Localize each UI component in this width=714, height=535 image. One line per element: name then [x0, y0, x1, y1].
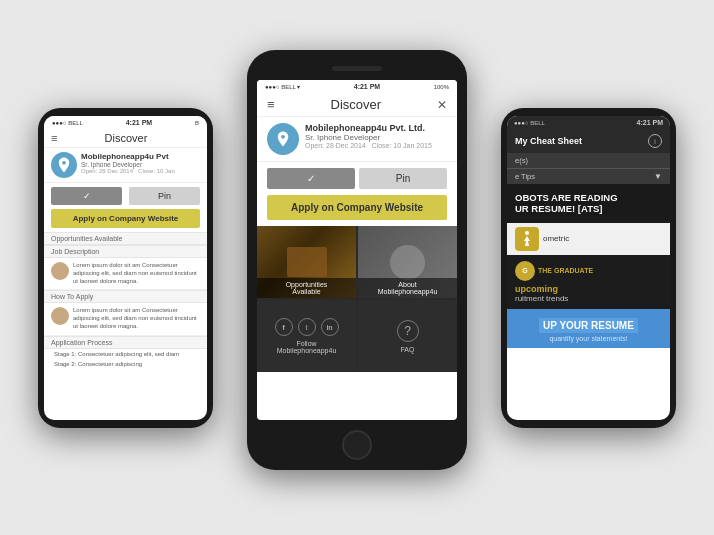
center-close-icon[interactable]: ✕: [437, 98, 447, 112]
right-time: 4:21 PM: [637, 119, 663, 126]
right-phone-screen: ●●●○ BELL 4:21 PM My Cheat Sheet i e(s) …: [507, 116, 670, 420]
img-placeholder-2: [390, 245, 425, 280]
center-menu-faq[interactable]: ? FAQ: [358, 300, 457, 372]
left-time: 4:21 PM: [126, 119, 152, 126]
right-graduate-logo: G The Graduate: [515, 261, 662, 281]
right-logo-row: ometric: [507, 223, 670, 255]
center-signal-dots: ●●●○ BELL ▾: [265, 83, 300, 90]
right-app-header: My Cheat Sheet i: [507, 129, 670, 153]
center-menu-about[interactable]: AboutMobilephoneapp4u: [358, 226, 457, 298]
right-grad-circle: G: [515, 261, 535, 281]
center-action-buttons: ✓ Pin: [257, 162, 457, 195]
center-company-logo: [267, 123, 299, 155]
right-upcoming-card: G The Graduate upcoming ruitment trends: [507, 255, 670, 309]
left-how-text: Lorem ipsum dolor sit am Consectetuer ad…: [73, 307, 200, 330]
center-company-dates: Open: 28 Dec 2014 Close: 10 Jan 2015: [305, 142, 447, 149]
center-apply-button[interactable]: Apply on Company Website: [267, 195, 447, 220]
left-company-dates: Open: 28 Dec 2014 Close: 10 Jan: [81, 168, 200, 174]
phone-center: ●●●○ BELL ▾ 4:21 PM 100% ≡ Discover ✕ Mo…: [247, 50, 467, 470]
left-signal: ●●●○ BELL: [52, 120, 83, 126]
left-apply-button[interactable]: Apply on Company Website: [51, 209, 200, 228]
right-section-row: e(s): [507, 153, 670, 168]
center-battery: 100%: [434, 84, 449, 90]
center-company-card: Mobilephoneapp4u Pvt. Ltd. Sr. Iphone De…: [257, 117, 457, 162]
center-app-header: ≡ Discover ✕: [257, 93, 457, 117]
left-header-title: Discover: [105, 132, 148, 144]
right-info-button[interactable]: i: [648, 134, 662, 148]
svg-point-0: [525, 231, 529, 235]
left-how-avatar: [51, 307, 69, 325]
left-bluetooth: B: [195, 120, 199, 126]
left-company-info: Mobilephoneapp4u Pvt Sr. Iphone Develope…: [81, 152, 200, 174]
about-label: AboutMobilephoneapp4u: [358, 278, 457, 298]
left-app-header: ≡ Discover x: [44, 129, 207, 148]
left-stage-2: Stage 2: Consectetuer adipiscing: [44, 359, 207, 369]
left-company-name: Mobilephoneapp4u Pvt: [81, 152, 200, 161]
right-upcoming-sub: ruitment trends: [515, 294, 662, 303]
left-job-item: Lorem ipsum dolor sit am Consectetuer ad…: [44, 258, 207, 290]
facebook-icon: f: [275, 318, 293, 336]
right-logo-label: ometric: [543, 234, 569, 243]
left-section-app: Application Process: [44, 336, 207, 349]
center-pin-button[interactable]: Pin: [359, 168, 447, 189]
twitter-icon: t: [298, 318, 316, 336]
left-section-job: Job Description: [44, 245, 207, 258]
center-hamburger-icon[interactable]: ≡: [267, 97, 275, 112]
right-signal: ●●●○ BELL: [514, 120, 545, 126]
left-check-button[interactable]: ✓: [51, 187, 122, 205]
right-chevron-icon: ▼: [654, 172, 662, 181]
left-job-avatar: [51, 262, 69, 280]
left-company-logo: [51, 152, 77, 178]
center-check-button[interactable]: ✓: [267, 168, 355, 189]
right-tips-row[interactable]: e Tips ▼: [507, 168, 670, 184]
center-company-info: Mobilephoneapp4u Pvt. Ltd. Sr. Iphone De…: [305, 123, 447, 149]
left-company-card: Mobilephoneapp4u Pvt Sr. Iphone Develope…: [44, 148, 207, 183]
opportunities-label: OpportunitiesAvailable: [257, 278, 356, 298]
center-menu-follow[interactable]: f t in FollowMobilephoneapp4u: [257, 300, 356, 372]
center-phone-screen: ●●●○ BELL ▾ 4:21 PM 100% ≡ Discover ✕ Mo…: [257, 80, 457, 420]
center-home-button[interactable]: [342, 430, 372, 460]
right-header-title: My Cheat Sheet: [515, 136, 582, 146]
right-tips-label: e Tips: [515, 172, 535, 181]
follow-label: FollowMobilephoneapp4u: [277, 340, 337, 354]
phone-right: ●●●○ BELL 4:21 PM My Cheat Sheet i e(s) …: [501, 108, 676, 428]
left-company-role: Sr. Iphone Developer: [81, 161, 200, 168]
left-how-item: Lorem ipsum dolor sit am Consectetuer ad…: [44, 303, 207, 335]
center-status-bar: ●●●○ BELL ▾ 4:21 PM 100%: [257, 80, 457, 93]
center-menu-grid: OpportunitiesAvailable AboutMobilephonea…: [257, 226, 457, 372]
center-speaker: [332, 66, 382, 71]
left-phone-screen: ●●●○ BELL 4:21 PM B ≡ Discover x Mobilep…: [44, 116, 207, 420]
left-action-buttons: ✓ Pin: [44, 183, 207, 209]
left-hamburger-icon[interactable]: ≡: [51, 132, 57, 144]
social-icons: f t in: [275, 318, 339, 336]
left-job-text: Lorem ipsum dolor sit am Consectetuer ad…: [73, 262, 200, 285]
phone-left: ●●●○ BELL 4:21 PM B ≡ Discover x Mobilep…: [38, 108, 213, 428]
right-logo-box: [515, 227, 539, 251]
right-resume-title: UP YOUR RESUME: [539, 318, 638, 333]
right-robots-line2: UR RESUME! [ATS]: [515, 203, 662, 214]
left-status-bar: ●●●○ BELL 4:21 PM B: [44, 116, 207, 129]
scene: ●●●○ BELL 4:21 PM B ≡ Discover x Mobilep…: [0, 0, 714, 535]
faq-label: FAQ: [400, 346, 414, 353]
right-robots-line1: OBOTS ARE READING: [515, 192, 662, 203]
center-time: 4:21 PM: [354, 83, 380, 90]
center-menu-opportunities[interactable]: OpportunitiesAvailable: [257, 226, 356, 298]
left-stage-1: Stage 1: Consectetuer adipiscing elit, s…: [44, 349, 207, 359]
center-company-role: Sr. Iphone Developer: [305, 133, 447, 142]
right-resume-sub: quantify your statements!: [515, 335, 662, 342]
linkedin-icon: in: [321, 318, 339, 336]
left-placeholder: x: [195, 132, 201, 144]
left-pin-button[interactable]: Pin: [129, 187, 200, 205]
left-section-how: How To Apply: [44, 290, 207, 303]
center-company-name: Mobilephoneapp4u Pvt. Ltd.: [305, 123, 447, 133]
right-section-label: e(s): [515, 156, 528, 165]
right-status-bar: ●●●○ BELL 4:21 PM: [507, 116, 670, 129]
img-placeholder-1: [287, 247, 327, 277]
faq-icon: ?: [397, 320, 419, 342]
right-robots-block: OBOTS ARE READING UR RESUME! [ATS]: [507, 184, 670, 223]
left-section-opportunities: Opportunities Available: [44, 232, 207, 245]
right-resume-block: UP YOUR RESUME quantify your statements!: [507, 309, 670, 348]
right-upcoming-title: upcoming: [515, 284, 662, 294]
center-header-title: Discover: [331, 97, 382, 112]
